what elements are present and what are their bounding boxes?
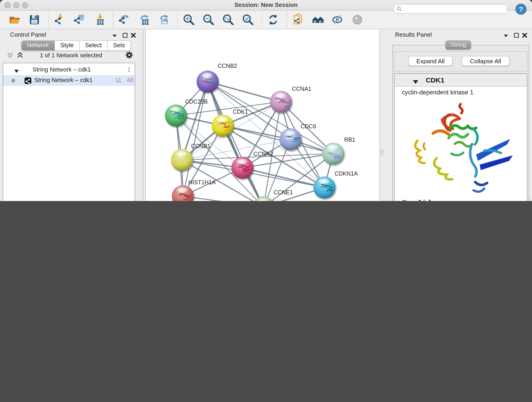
tab-network[interactable]: Network bbox=[22, 41, 55, 51]
canvas-vertical-scroll-nub[interactable] bbox=[381, 149, 384, 156]
gene-entry-card: CDK1 cyclin-dependent kinase 1 bbox=[394, 73, 527, 201]
network-status-dot bbox=[12, 79, 15, 83]
close-panel-icon[interactable] bbox=[130, 32, 137, 38]
help-button[interactable]: ? bbox=[515, 3, 527, 15]
zoom-fit-button[interactable] bbox=[222, 13, 234, 26]
refresh-network-button[interactable] bbox=[267, 13, 279, 26]
homes-button[interactable] bbox=[312, 13, 324, 26]
toolbar-separator bbox=[113, 12, 114, 28]
float-panel-icon[interactable] bbox=[513, 32, 520, 38]
node-CCNB2[interactable] bbox=[196, 70, 219, 93]
toolbar-separator bbox=[262, 12, 263, 28]
toolbar-separator bbox=[287, 12, 288, 28]
crosslinks-title: CrossLinks bbox=[402, 198, 435, 201]
node-CCNB1[interactable] bbox=[171, 149, 193, 171]
node-CDK1[interactable] bbox=[212, 115, 234, 137]
node-label-RB1: RB1 bbox=[344, 136, 355, 143]
vertical-splitter[interactable] bbox=[143, 29, 143, 201]
node-label-CDKN1A: CDKN1A bbox=[335, 170, 358, 177]
export-table-button[interactable] bbox=[138, 13, 150, 26]
network-options-gear-icon[interactable] bbox=[125, 51, 134, 60]
panel-menu-icon[interactable] bbox=[503, 32, 509, 39]
hide-eye-button[interactable] bbox=[331, 13, 344, 26]
expand-collapse-button-row: Expand All Collapse All bbox=[394, 51, 527, 71]
node-label-CCNE1: CCNE1 bbox=[273, 189, 293, 196]
network-count: 1 bbox=[117, 66, 131, 73]
zoom-selected-button[interactable] bbox=[241, 13, 254, 26]
node-HIST1H1A[interactable] bbox=[172, 185, 194, 201]
string-network-icon bbox=[24, 77, 32, 85]
search-box[interactable] bbox=[394, 4, 507, 14]
tab-string[interactable]: String bbox=[445, 40, 471, 50]
collapse-all-button[interactable]: Collapse All bbox=[462, 56, 510, 66]
results-panel: Results Panel String Expand All Collapse… bbox=[388, 29, 532, 201]
results-panel-title: Results Panel bbox=[395, 31, 432, 38]
node-CCNA1[interactable] bbox=[270, 91, 292, 113]
node-CDC25B[interactable] bbox=[165, 104, 187, 127]
node-label-CCNB1: CCNB1 bbox=[191, 143, 210, 149]
import-network-button[interactable] bbox=[53, 13, 65, 26]
node-label-CCNA2: CCNA2 bbox=[253, 151, 273, 157]
tab-sets[interactable]: Sets bbox=[108, 41, 130, 51]
svg-text:?: ? bbox=[519, 5, 523, 13]
zoom-out-button[interactable] bbox=[202, 13, 215, 26]
results-scroll-nub[interactable] bbox=[528, 197, 531, 201]
edge-count: 48 bbox=[121, 77, 133, 83]
gene-name: CDK1 bbox=[426, 76, 444, 84]
collapse-entry-triangle-icon[interactable] bbox=[413, 78, 418, 86]
float-panel-icon[interactable] bbox=[122, 32, 128, 38]
network-tree: String Network – cdk1 1 String Network –… bbox=[3, 63, 135, 201]
node-label-CCNA1: CCNA1 bbox=[292, 85, 311, 92]
import-table-button[interactable] bbox=[93, 13, 105, 26]
toolbar-separator bbox=[48, 12, 49, 28]
close-panel-icon[interactable] bbox=[521, 32, 528, 38]
control-panel: Control Panel NetworkStyleSelectSets 1 o… bbox=[0, 29, 143, 201]
gene-description: cyclin-dependent kinase 1 bbox=[402, 89, 473, 96]
edge-CDK1-RB1 bbox=[223, 126, 333, 153]
protein-structure-image bbox=[406, 100, 515, 195]
node-CCNA2[interactable] bbox=[231, 157, 253, 179]
application-window: Session: New Session ? Control Panel Net… bbox=[0, 0, 532, 201]
expander-triangle-icon[interactable] bbox=[14, 68, 19, 75]
collapse-all-tree-icon[interactable] bbox=[6, 51, 14, 61]
network-label: String Network – cdk1 bbox=[34, 77, 93, 83]
node-count: 11 bbox=[109, 77, 121, 83]
node-label-CDC25B: CDC25B bbox=[185, 98, 208, 105]
import-database-button[interactable] bbox=[73, 13, 85, 26]
export-image-button[interactable] bbox=[157, 13, 170, 26]
string-document-button[interactable] bbox=[292, 13, 304, 26]
panel-menu-icon[interactable] bbox=[111, 32, 118, 39]
edge-CCNB2-CCNE1 bbox=[208, 82, 264, 201]
network-collection-label: String Network – cdk1 bbox=[32, 66, 91, 73]
network-tree-row[interactable]: String Network – cdk1 11 48 bbox=[3, 75, 135, 86]
node-CDKN1A[interactable] bbox=[313, 177, 336, 198]
search-icon bbox=[396, 5, 402, 13]
node-RB1[interactable] bbox=[322, 143, 344, 165]
node-label-CCNB2: CCNB2 bbox=[218, 63, 237, 69]
node-label-CDK1: CDK1 bbox=[233, 108, 248, 115]
network-selection-status: 1 of 1 Network selected bbox=[27, 52, 114, 59]
control-panel-tabs: NetworkStyleSelectSets bbox=[21, 40, 131, 51]
node-label-HIST1H1A: HIST1H1A bbox=[188, 179, 216, 185]
expand-all-tree-icon[interactable] bbox=[17, 51, 24, 61]
save-session-button[interactable] bbox=[28, 13, 40, 26]
expand-all-button[interactable]: Expand All bbox=[408, 56, 453, 66]
tab-style[interactable]: Style bbox=[55, 41, 80, 51]
tab-select[interactable]: Select bbox=[80, 41, 108, 51]
node-label-CDC6: CDC6 bbox=[301, 123, 316, 129]
open-session-button[interactable] bbox=[8, 13, 21, 26]
control-panel-title: Control Panel bbox=[10, 31, 46, 38]
gene-entry-header[interactable]: CDK1 bbox=[394, 74, 527, 87]
zoom-in-button[interactable] bbox=[182, 13, 195, 26]
gray-sphere-button[interactable] bbox=[351, 13, 363, 26]
network-tree-row[interactable]: String Network – cdk1 1 bbox=[3, 65, 135, 75]
node-CDC6[interactable] bbox=[279, 128, 302, 150]
network-graph: CCNB2CCNA1CDC25BCDK1CDC6RB1CCNB1CCNA2CDK… bbox=[146, 29, 380, 201]
network-canvas[interactable]: CCNB2CCNA1CDC25BCDK1CDC6RB1CCNB1CCNA2CDK… bbox=[145, 29, 380, 201]
export-network-button[interactable] bbox=[118, 13, 130, 26]
toolbar-separator bbox=[177, 12, 178, 28]
search-input[interactable] bbox=[403, 5, 507, 13]
